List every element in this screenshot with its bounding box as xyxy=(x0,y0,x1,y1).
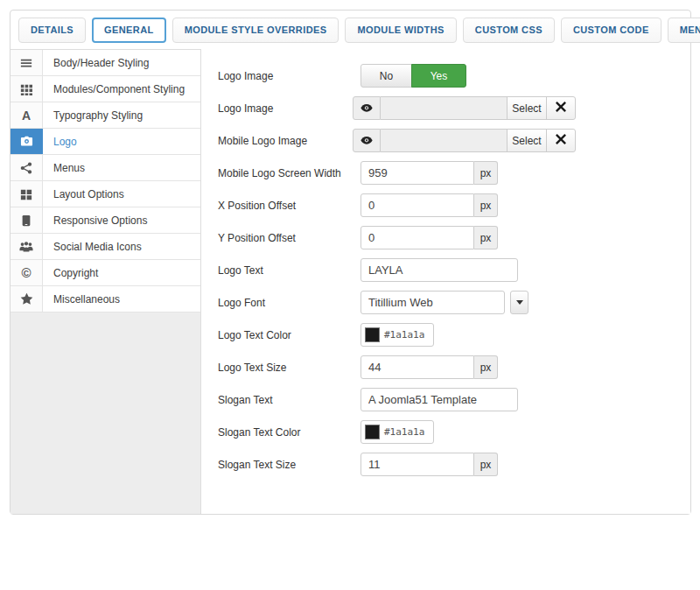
logo-text-color-picker[interactable]: #1a1a1a xyxy=(360,323,434,347)
grid-icon xyxy=(10,76,43,102)
form-row: Logo Image Select xyxy=(218,96,690,120)
copyright-icon: © xyxy=(10,260,43,285)
sidebar-item-label: Body/Header Styling xyxy=(43,50,200,75)
color-swatch xyxy=(365,425,380,439)
form-row: Mobile Logo Image Select xyxy=(218,129,690,152)
sidebar-item-copyright[interactable]: © Copyright xyxy=(10,260,200,286)
field-label: Mobile Logo Image xyxy=(218,135,360,147)
form-row: Logo Text Color #1a1a1a xyxy=(218,323,690,347)
color-swatch xyxy=(365,327,380,342)
form-row: Slogan Text xyxy=(218,388,690,411)
sidebar-item-responsive-options[interactable]: Responsive Options xyxy=(10,207,200,234)
slogan-text-color-picker[interactable]: #1a1a1a xyxy=(360,420,434,444)
sidebar-item-typography-styling[interactable]: A Typography Styling xyxy=(10,102,200,129)
sidebar-item-label: Responsive Options xyxy=(43,207,200,233)
mobile-logo-select-button[interactable]: Select xyxy=(507,129,547,152)
sidebar-item-label: Modules/Component Styling xyxy=(43,76,200,102)
logo-text-input[interactable] xyxy=(360,258,518,282)
users-icon xyxy=(10,234,43,259)
mobile-logo-media-field: Select xyxy=(353,129,576,152)
form-row: Logo Text Size px xyxy=(218,355,690,379)
unit-addon: px xyxy=(474,226,498,249)
star-icon xyxy=(10,286,43,312)
sidebar-item-modules-component-styling[interactable]: Modules/Component Styling xyxy=(10,76,200,102)
form-row: Logo Image No Yes xyxy=(218,64,690,88)
tab-module-widths[interactable]: MODULE WIDTHS xyxy=(345,18,456,43)
slogan-text-input[interactable] xyxy=(360,388,518,411)
logo-settings-form: Logo Image No Yes Logo Image Select xyxy=(201,49,690,514)
sidebar-item-miscellaneous[interactable]: Miscellaneous xyxy=(10,286,200,313)
field-label: Logo Image xyxy=(218,102,360,115)
unit-addon: px xyxy=(474,453,498,476)
tab-general[interactable]: GENERAL xyxy=(92,18,166,43)
sidebar-item-label: Menus xyxy=(43,155,200,180)
form-row: Slogan Text Size px xyxy=(218,453,690,476)
form-row: Y Position Offset px xyxy=(218,226,690,249)
template-settings-panel: DETAILS GENERAL MODULE STYLE OVERRIDES M… xyxy=(10,10,691,515)
field-label: Logo Text Color xyxy=(218,329,360,341)
sidebar-item-label: Logo xyxy=(43,129,200,154)
logo-image-clear-button[interactable] xyxy=(546,96,576,120)
field-label: Logo Text Size xyxy=(218,362,360,374)
field-label: Logo Image xyxy=(218,70,360,82)
unit-addon: px xyxy=(474,193,498,217)
unit-addon: px xyxy=(474,355,498,379)
form-row: Mobile Logo Screen Width px xyxy=(218,161,690,185)
logo-font-select[interactable]: Titillium Web xyxy=(360,291,505,314)
color-hex-value: #1a1a1a xyxy=(384,329,424,341)
logo-image-yes-button[interactable]: Yes xyxy=(411,64,466,88)
preview-eye-icon[interactable] xyxy=(353,129,381,152)
sidebar-item-label: Miscellaneous xyxy=(43,286,200,312)
camera-icon xyxy=(10,129,43,154)
share-icon xyxy=(10,155,43,180)
logo-text-size-input[interactable] xyxy=(360,355,474,379)
field-label: Slogan Text Color xyxy=(218,426,360,439)
font-icon: A xyxy=(10,102,43,128)
logo-image-path-input[interactable] xyxy=(381,96,508,120)
x-offset-input[interactable] xyxy=(360,193,474,217)
logo-image-toggle: No Yes xyxy=(360,64,466,88)
sidebar-item-body-header-styling[interactable]: Body/Header Styling xyxy=(10,50,200,76)
field-label: X Position Offset xyxy=(218,200,360,212)
mobile-logo-path-input[interactable] xyxy=(381,129,508,152)
th-large-icon xyxy=(10,181,43,207)
clear-x-icon xyxy=(556,134,566,147)
field-label: Logo Text xyxy=(218,264,360,277)
logo-font-dropdown-button[interactable] xyxy=(510,291,528,314)
bars-icon xyxy=(10,50,43,75)
clear-x-icon xyxy=(556,102,566,115)
slogan-text-size-input[interactable] xyxy=(360,453,474,476)
sidebar-item-logo[interactable]: Logo xyxy=(10,129,200,155)
tab-module-style-overrides[interactable]: MODULE STYLE OVERRIDES xyxy=(172,18,340,43)
sidebar-item-layout-options[interactable]: Layout Options xyxy=(10,181,200,207)
tab-custom-css[interactable]: CUSTOM CSS xyxy=(463,18,555,43)
field-label: Y Position Offset xyxy=(218,232,360,244)
preview-eye-icon[interactable] xyxy=(353,96,381,120)
field-label: Logo Font xyxy=(218,297,360,309)
tab-custom-code[interactable]: CUSTOM CODE xyxy=(561,18,662,43)
field-label: Mobile Logo Screen Width xyxy=(218,167,360,179)
general-tab-content: Body/Header Styling Modules/Component St… xyxy=(10,49,690,514)
logo-font-field: Titillium Web xyxy=(360,291,528,314)
mobile-logo-width-input[interactable] xyxy=(360,161,474,185)
tab-menu-assignment[interactable]: MENU ASSIGNMENT xyxy=(668,18,700,43)
color-hex-value: #1a1a1a xyxy=(384,426,424,438)
tab-details[interactable]: DETAILS xyxy=(18,18,86,43)
mobile-logo-clear-button[interactable] xyxy=(546,129,576,152)
field-label: Slogan Text Size xyxy=(218,459,360,471)
sidebar-item-social-media-icons[interactable]: Social Media Icons xyxy=(10,234,200,260)
form-row: X Position Offset px xyxy=(218,193,690,217)
sidebar-item-label: Typography Styling xyxy=(43,102,200,128)
unit-addon: px xyxy=(474,161,498,185)
tab-bar: DETAILS GENERAL MODULE STYLE OVERRIDES M… xyxy=(10,11,690,49)
form-row: Slogan Text Color #1a1a1a xyxy=(218,420,690,444)
sidebar-item-label: Copyright xyxy=(43,260,200,285)
tablet-icon xyxy=(10,207,43,233)
logo-image-no-button[interactable]: No xyxy=(360,64,412,88)
y-offset-input[interactable] xyxy=(360,226,474,249)
logo-image-select-button[interactable]: Select xyxy=(507,96,547,120)
sidebar-filler xyxy=(10,313,200,514)
sidebar-item-menus[interactable]: Menus xyxy=(10,155,200,181)
sidebar-item-label: Layout Options xyxy=(43,181,200,207)
form-row: Logo Font Titillium Web xyxy=(218,291,690,314)
